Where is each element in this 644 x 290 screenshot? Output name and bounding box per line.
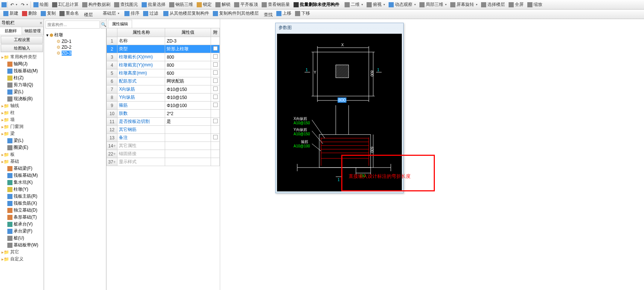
tree-folder-轴线[interactable]: ▸📁轴线	[1, 102, 43, 109]
toolbar2-复制构件到其他楼层[interactable]: 复制构件到其他楼层	[211, 10, 261, 17]
tree-item-筏板基础(M)[interactable]: 筏板基础(M)	[1, 67, 43, 74]
attach-checkbox[interactable]	[213, 54, 218, 59]
toolbar2-基础层[interactable]: 基础层▾	[95, 10, 121, 17]
tree-item-筏板主筋(R)[interactable]: 筏板主筋(R)	[1, 193, 43, 200]
prop-value-cell[interactable]: 网状配筋	[165, 77, 211, 85]
toolbar2-从其他楼层复制构件[interactable]: 从其他楼层复制构件	[161, 10, 211, 17]
prop-row-1[interactable]: 1 名称 ZD-3	[107, 37, 220, 45]
project-settings-button[interactable]: 工程设置	[1, 36, 43, 44]
toolbar2-下移[interactable]: 下移	[293, 10, 312, 17]
tree-item-柱(Z)[interactable]: 柱(Z)	[1, 74, 43, 81]
tree-item-基础板带(W)[interactable]: 基础板带(W)	[1, 242, 43, 249]
toolbar2-楼层[interactable]: 楼层	[82, 11, 95, 19]
prop-row-7[interactable]: 7 X向纵筋 Φ10@150	[107, 85, 220, 93]
toolbar-局部三维[interactable]: 局部三维▾	[418, 1, 448, 8]
tree-folder-常用构件类型[interactable]: ▸📁常用构件类型	[1, 54, 43, 60]
search-input[interactable]	[46, 21, 100, 29]
tree-folder-梁[interactable]: ▸📁梁	[1, 130, 43, 137]
attach-checkbox[interactable]	[213, 78, 218, 83]
tree-item-梁(L)[interactable]: 梁(L)	[1, 137, 43, 144]
prop-value-cell[interactable]	[165, 150, 211, 158]
tree-folder-柱[interactable]: ▸📁柱	[1, 109, 43, 116]
prop-row-37[interactable]: 37+ 显示样式	[107, 158, 220, 166]
tab-rebar-manage[interactable]: 钢筋管理	[22, 27, 44, 35]
toolbar-汇总计算[interactable]: Σ汇总计算	[50, 1, 80, 8]
dim-800-bottom[interactable]: 800	[338, 98, 346, 103]
prop-value-cell[interactable]: 2*2	[165, 110, 211, 118]
close-icon[interactable]: ×	[40, 21, 42, 26]
toolbar-钢筋三维[interactable]: 钢筋三维	[167, 1, 195, 8]
toolbar-查找图元[interactable]: 查找图元	[112, 1, 140, 8]
undo-button[interactable]: ↶▾	[8, 1, 19, 8]
tree-item-条形基础(T)[interactable]: 条形基础(T)	[1, 214, 43, 221]
toolbar2-删除[interactable]: 删除	[20, 10, 39, 17]
tree-item-集水坑(K)[interactable]: 集水坑(K)	[1, 179, 43, 186]
toolbar-解锁[interactable]: 解锁	[214, 1, 232, 8]
toolbar2-排序[interactable]: 排序	[123, 10, 141, 17]
toolbar-批量选择[interactable]: 批量选择	[140, 1, 167, 8]
tree-item-筏板负筋(X)[interactable]: 筏板负筋(X)	[1, 200, 43, 207]
toolbar2-过滤[interactable]: 过滤	[141, 10, 160, 17]
attach-checkbox[interactable]	[213, 62, 218, 67]
redo-button[interactable]: ↷▾	[19, 1, 30, 8]
attach-checkbox[interactable]	[213, 46, 218, 51]
toolbar-构件数据刷[interactable]: 构件数据刷	[80, 1, 112, 8]
prop-value-cell[interactable]: 800	[165, 61, 211, 69]
prop-value-cell[interactable]: Φ10@150	[165, 93, 211, 102]
toolbar-选择楼层[interactable]: 选择楼层	[479, 1, 507, 8]
prop-value-cell[interactable]	[165, 158, 211, 166]
prop-row-4[interactable]: 4 柱墩截宽(Y)(mm) 800	[107, 61, 220, 69]
prop-row-14[interactable]: 14+ 其它属性	[107, 142, 220, 150]
toolbar2-重命名[interactable]: 重命名	[58, 10, 81, 17]
prop-value-cell[interactable]	[165, 134, 211, 142]
prop-value-cell[interactable]	[165, 126, 211, 134]
tree-folder-门窗洞[interactable]: ▸📁门窗洞	[1, 123, 43, 130]
prop-row-3[interactable]: 3 柱墩截长(X)(mm) 800	[107, 53, 220, 61]
toolbar2-新建[interactable]: 新建	[1, 10, 20, 17]
save-icon[interactable]	[1, 2, 7, 7]
tree-folder-自定义[interactable]: ▸📁自定义	[1, 256, 43, 263]
prop-value-cell[interactable]: Φ10@100	[165, 102, 211, 110]
toolbar-二维[interactable]: 二维▾	[343, 1, 365, 8]
tree-folder-墙[interactable]: ▸📁墙	[1, 116, 43, 123]
toolbar-平齐板顶[interactable]: 平齐板顶	[232, 1, 260, 8]
prop-row-2[interactable]: 2 类型 矩形上柱墩	[107, 45, 220, 53]
toolbar-缩放[interactable]: 缩放	[525, 1, 544, 8]
attach-checkbox[interactable]	[213, 103, 218, 107]
prop-value-cell[interactable]: 矩形上柱墩	[165, 45, 211, 53]
tree-item-现浇板(B)[interactable]: 现浇板(B)	[1, 95, 43, 102]
prop-value-cell[interactable]: 800	[165, 53, 211, 61]
instance-ZD-1[interactable]: ⚙ ZD-1	[46, 38, 105, 44]
search-button[interactable]: 🔍	[101, 21, 107, 29]
toolbar2-上移[interactable]: 上移	[274, 10, 293, 17]
tree-item-桩承台(V)[interactable]: 桩承台(V)	[1, 221, 43, 228]
tree-item-柱墩(Y)[interactable]: 柱墩(Y)	[1, 186, 43, 193]
tree-item-筏板基础(M)[interactable]: 筏板基础(M)	[1, 172, 43, 179]
toolbar-锁定[interactable]: 锁定	[195, 1, 214, 8]
prop-row-22[interactable]: 22+ 锚固搭接	[107, 150, 220, 158]
prop-row-13[interactable]: 13 备注	[107, 134, 220, 142]
tree-item-桩(U)[interactable]: 桩(U)	[1, 235, 43, 242]
toolbar-全屏[interactable]: 全屏	[507, 1, 525, 8]
tree-item-独立基础(D)[interactable]: 独立基础(D)	[1, 207, 43, 214]
tree-item-基础梁(F)[interactable]: 基础梁(F)	[1, 165, 43, 172]
prop-row-12[interactable]: 12 其它钢筋	[107, 126, 220, 134]
prop-row-6[interactable]: 6 配筋形式 网状配筋	[107, 77, 220, 85]
prop-row-9[interactable]: 9 箍筋 Φ10@100	[107, 102, 220, 110]
mid-tree-root[interactable]: ▾ ⬢ 柱墩	[46, 32, 105, 38]
tree-item-轴网(J)[interactable]: 轴网(J)	[1, 60, 43, 67]
tree-item-剪力墙(Q)[interactable]: 剪力墙(Q)	[1, 81, 43, 88]
toolbar-批量删除未使用构件[interactable]: 批量删除未使用构件	[292, 1, 341, 8]
tree-folder-板[interactable]: ▸📁板	[1, 151, 43, 158]
prop-value-cell[interactable]: Φ10@150	[165, 85, 211, 93]
prop-value-cell[interactable]: 600	[165, 69, 211, 77]
toolbar-查看钢筋量[interactable]: 查看钢筋量	[260, 1, 292, 8]
attach-checkbox[interactable]	[213, 135, 218, 139]
toolbar-俯视[interactable]: 俯视▾	[365, 1, 387, 8]
attach-checkbox[interactable]	[213, 87, 218, 91]
tree-folder-基础[interactable]: ▸📁基础	[1, 158, 43, 165]
prop-value-cell[interactable]	[165, 142, 211, 150]
tree-folder-其它[interactable]: ▸📁其它	[1, 249, 43, 256]
instance-ZD-3[interactable]: ⚙ ZD-3	[46, 50, 105, 56]
toolbar2-复制[interactable]: 复制	[39, 10, 58, 17]
